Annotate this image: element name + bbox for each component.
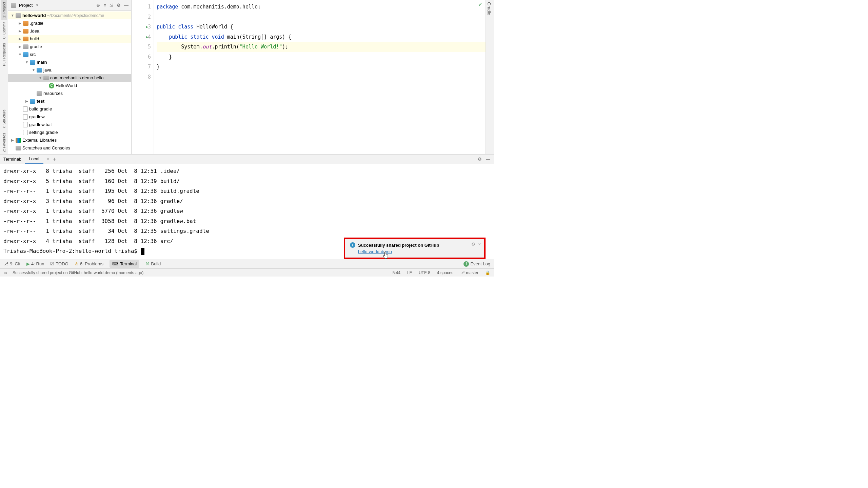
folder-icon	[30, 60, 35, 65]
tree-item[interactable]: ▼main	[8, 58, 131, 66]
run-icon: ▶	[26, 261, 30, 266]
rail-project[interactable]: 1: Project	[1, 0, 7, 20]
line-number: 5	[132, 42, 151, 52]
terminal-icon: ⌨	[112, 261, 119, 266]
cursor	[141, 248, 144, 255]
tree-item[interactable]: gradlew	[8, 113, 131, 121]
code-area[interactable]: package com.mechanitis.demo.hello; publi…	[154, 0, 486, 154]
file-icon	[23, 130, 28, 135]
badge: 1	[463, 261, 469, 267]
warning-icon: ⚠	[75, 261, 79, 266]
run-icon[interactable]: ▶	[146, 22, 148, 32]
add-terminal-button[interactable]: +	[53, 156, 56, 162]
chevron-down-icon[interactable]: ▼	[35, 3, 39, 7]
right-tool-rail: Gradle	[486, 0, 494, 154]
terminal-line: drwxr-xr-x 8 trisha staff 256 Oct 8 12:5…	[3, 166, 490, 176]
lock-icon[interactable]: 🔒	[485, 270, 490, 275]
tree-item[interactable]: ▶.idea	[8, 27, 131, 35]
tree-item[interactable]: gradlew.bat	[8, 121, 131, 128]
editor[interactable]: 1 2 ▶3 ▶4 5 6 7 8 package com.mechanitis…	[132, 0, 486, 154]
run-icon[interactable]: ▶	[146, 32, 148, 42]
line-number: 3	[148, 24, 151, 30]
hammer-icon: ⚒	[145, 261, 150, 266]
locate-icon[interactable]: ⊕	[96, 3, 100, 8]
tree-label: .idea	[30, 28, 39, 34]
tree-label: settings.gradle	[29, 130, 58, 135]
tool-run[interactable]: ▶4: Run	[26, 261, 44, 266]
todo-icon: ☑	[50, 261, 54, 266]
minimize-icon[interactable]: —	[124, 3, 129, 8]
code-token: (String[] args) {	[239, 34, 292, 40]
tree-item[interactable]: ▶.gradle	[8, 19, 131, 27]
tree-label: HelloWorld	[56, 83, 77, 88]
rail-favorites[interactable]: 2: Favorites	[1, 131, 7, 154]
gear-icon[interactable]: ⚙	[478, 157, 482, 162]
code-token: );	[282, 44, 288, 50]
tree-label: hello-world	[22, 13, 46, 18]
tree-item[interactable]: build.gradle	[8, 105, 131, 113]
git-icon: ⎇	[3, 261, 8, 266]
tool-problems[interactable]: ⚠6: Problems	[75, 261, 103, 266]
tree-item[interactable]: resources	[8, 89, 131, 97]
line-number: 8	[132, 72, 151, 82]
code-token: public	[157, 24, 175, 30]
tree-item[interactable]: ▼java	[8, 66, 131, 74]
tree-label: gradle	[30, 44, 42, 49]
terminal-line: drwxr-xr-x 3 trisha staff 96 Oct 8 12:36…	[3, 196, 490, 206]
tree-label: .gradle	[30, 21, 43, 26]
tree-item[interactable]: ▶gradle	[8, 43, 131, 50]
tree-label: com.mechanitis.demo.hello	[50, 75, 104, 80]
close-tab-icon[interactable]: ×	[47, 157, 50, 162]
rail-structure[interactable]: 7: Structure	[1, 107, 7, 131]
line-separator[interactable]: LF	[407, 270, 412, 275]
folder-icon	[23, 29, 28, 34]
tree-root[interactable]: ▼ hello-world ~/Documents/Projects/demo/…	[8, 12, 131, 19]
folder-icon	[11, 3, 16, 8]
line-number: 2	[132, 12, 151, 22]
tool-git[interactable]: ⎇9: Git	[3, 261, 20, 266]
notification-link[interactable]: hello-world-demo	[358, 249, 392, 254]
project-tree[interactable]: ▼ hello-world ~/Documents/Projects/demo/…	[8, 11, 131, 154]
terminal-line: -rw-r--r-- 1 trisha staff 195 Oct 8 12:3…	[3, 186, 490, 196]
editor-gutter[interactable]: 1 2 ▶3 ▶4 5 6 7 8	[132, 0, 154, 154]
code-token: System.	[181, 44, 202, 50]
branch-indicator[interactable]: ⎇ master	[460, 270, 478, 275]
gear-icon[interactable]: ⚙	[471, 242, 475, 247]
rail-commit[interactable]: 0: Commit	[1, 20, 7, 41]
collapse-icon[interactable]: ⇲	[110, 3, 113, 8]
tree-item-package[interactable]: ▼com.mechanitis.demo.hello	[8, 74, 131, 82]
tool-build[interactable]: ⚒Build	[145, 261, 161, 266]
notification-title: Successfully shared project on GitHub	[358, 243, 439, 248]
file-icon	[23, 122, 28, 127]
tool-terminal[interactable]: ⌨Terminal	[110, 260, 139, 268]
terminal-tab-local[interactable]: Local	[25, 155, 43, 164]
tree-item-class[interactable]: CHelloWorld	[8, 82, 131, 89]
gear-icon[interactable]: ⚙	[117, 3, 121, 8]
code-token: com.mechanitis.demo.hello;	[178, 4, 261, 10]
encoding[interactable]: UTF-8	[419, 270, 430, 275]
terminal-line: -rw-r--r-- 1 trisha staff 34 Oct 8 12:35…	[3, 226, 490, 236]
tree-item[interactable]: ▼src	[8, 50, 131, 58]
package-icon	[43, 76, 49, 80]
status-panel-icon[interactable]: ▭	[3, 270, 7, 275]
tree-item[interactable]: settings.gradle	[8, 128, 131, 136]
code-token: }	[157, 64, 160, 70]
tree-scratches[interactable]: Scratches and Consoles	[8, 144, 131, 152]
caret-position[interactable]: 5:44	[393, 270, 400, 275]
rail-pull-requests[interactable]: Pull Requests	[1, 41, 7, 68]
minimize-icon[interactable]: —	[486, 157, 490, 162]
tree-item[interactable]: ▶test	[8, 97, 131, 105]
event-log-button[interactable]: 1Event Log	[463, 261, 490, 267]
tool-todo[interactable]: ☑TODO	[50, 261, 68, 266]
tree-label: build	[30, 36, 39, 41]
tree-label: build.gradle	[29, 106, 52, 111]
tree-item[interactable]: ▶build	[8, 35, 131, 43]
close-icon[interactable]: ×	[478, 242, 481, 247]
tree-external-libs[interactable]: ▶External Libraries	[8, 136, 131, 144]
indent[interactable]: 4 spaces	[437, 270, 453, 275]
check-icon[interactable]: ✔	[478, 2, 482, 7]
expand-icon[interactable]: ≡	[103, 3, 106, 8]
project-title[interactable]: Project	[19, 3, 33, 8]
rail-gradle[interactable]: Gradle	[486, 0, 492, 17]
folder-icon	[37, 68, 42, 73]
